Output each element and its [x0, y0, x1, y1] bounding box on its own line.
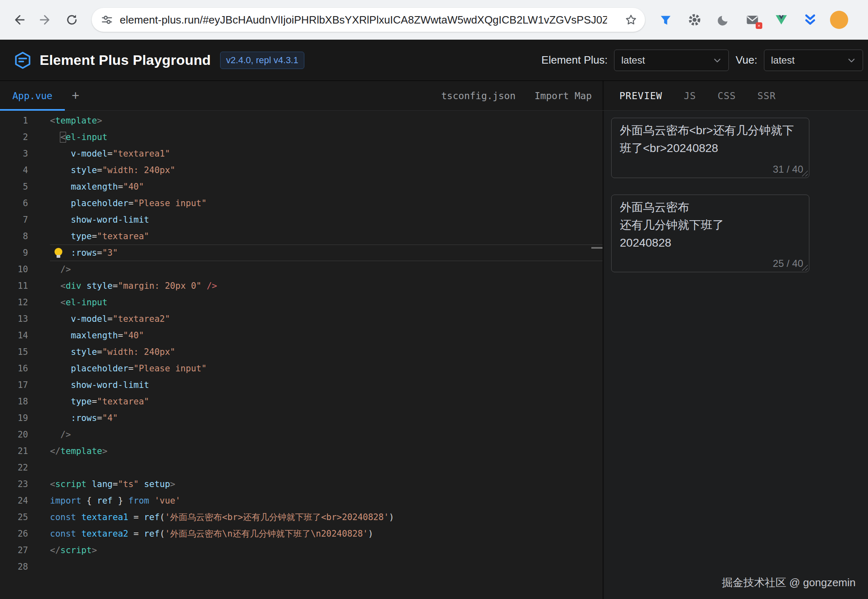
code-line[interactable]: 14 maxlength="40" — [0, 327, 602, 344]
word-limit-count: 31 / 40 — [773, 164, 803, 175]
code-line[interactable]: 13 v-model="textarea2" — [0, 311, 602, 327]
tab-bar: App.vue + tsconfig.json Import Map PREVI… — [0, 81, 868, 111]
code-line[interactable]: 6 placeholder="Please input" — [0, 195, 602, 212]
tab-css[interactable]: CSS — [707, 81, 747, 110]
tab-label: App.vue — [12, 90, 52, 101]
line-number: 25 — [0, 512, 28, 522]
line-number: 7 — [0, 215, 28, 225]
address-bar[interactable]: element-plus.run/#eyJBcHAudnVlIjoiPHRlbX… — [92, 8, 645, 32]
code-line[interactable]: 16 placeholder="Please input" — [0, 360, 602, 377]
output-tabs: PREVIEW JS CSS SSR — [602, 81, 868, 110]
line-number: 22 — [0, 463, 28, 473]
code-line[interactable]: 17 show-word-limit — [0, 377, 602, 393]
editor-config-links: tsconfig.json Import Map — [441, 81, 603, 110]
add-file-button[interactable]: + — [65, 81, 86, 110]
tab-preview[interactable]: PREVIEW — [609, 81, 673, 110]
code-line[interactable]: 24import { ref } from 'vue' — [0, 492, 602, 509]
code-line[interactable]: 8 type="textarea" — [0, 228, 602, 245]
profile-avatar[interactable] — [830, 11, 848, 29]
line-number: 17 — [0, 380, 28, 390]
code-line[interactable]: 2 <el-input — [0, 129, 602, 145]
code-line[interactable]: 11 <div style="margin: 20px 0" /> — [0, 278, 602, 294]
code-line[interactable]: 9 :rows="3" — [0, 245, 602, 261]
code-line[interactable]: 5 maxlength="40" — [0, 178, 602, 195]
tab-label: SSR — [757, 90, 776, 101]
textarea-1[interactable]: 外面乌云密布<br>还有几分钟就下班了<br>20240828 31 / 40 — [611, 118, 809, 178]
reload-icon — [65, 13, 78, 26]
line-number: 8 — [0, 231, 28, 241]
code-line[interactable]: 4 style="width: 240px" — [0, 162, 602, 178]
code-line[interactable]: 12 <el-input — [0, 294, 602, 311]
code-line[interactable]: 22 — [0, 459, 602, 476]
line-number: 28 — [0, 562, 28, 572]
code-line[interactable]: 26const textarea2 = ref('外面乌云密布\n还有几分钟就下… — [0, 525, 602, 542]
credit-link[interactable]: 掘金技术社区 @ gongzemin — [722, 575, 856, 590]
forward-button[interactable] — [34, 8, 57, 31]
code-line[interactable]: 25const textarea1 = ref('外面乌云密布<br>还有几分钟… — [0, 509, 602, 525]
version-badge: v2.4.0, repl v4.3.1 — [220, 52, 305, 69]
line-number: 1 — [0, 116, 28, 126]
line-number: 9 — [0, 248, 28, 258]
vue-version-select[interactable]: latest — [764, 50, 863, 71]
code-line[interactable]: 15 style="width: 240px" — [0, 344, 602, 360]
code-line[interactable]: 18 type="textarea" — [0, 393, 602, 410]
code-editor[interactable]: 1<template>2 <el-input3 v-model="textare… — [0, 111, 602, 599]
version-controls: Element Plus: latest Vue: latest — [541, 50, 868, 71]
forward-arrow-icon — [39, 13, 52, 26]
textarea-1-value[interactable]: 外面乌云密布<br>还有几分钟就下班了<br>20240828 — [612, 118, 809, 160]
tsconfig-link[interactable]: tsconfig.json — [441, 90, 516, 101]
reload-button[interactable] — [60, 8, 83, 31]
line-number: 2 — [0, 132, 28, 142]
element-plus-version-select[interactable]: latest — [614, 50, 729, 71]
line-number: 13 — [0, 314, 28, 324]
element-plus-version-value: latest — [621, 55, 645, 66]
preview-pane: 外面乌云密布<br>还有几分钟就下班了<br>20240828 31 / 40 … — [604, 111, 868, 599]
line-number: 27 — [0, 545, 28, 555]
line-number: 15 — [0, 347, 28, 357]
import-map-link[interactable]: Import Map — [535, 90, 592, 101]
vue-version-label: Vue: — [735, 54, 757, 67]
code-line[interactable]: 27</script> — [0, 542, 602, 559]
textarea-2[interactable]: 外面乌云密布 还有几分钟就下班了 20240828 25 / 40 — [611, 195, 809, 272]
code-line[interactable]: 1<template> — [0, 112, 602, 129]
url-text[interactable]: element-plus.run/#eyJBcHAudnVlIjoiPHRlbX… — [120, 14, 607, 26]
chevron-down-icon — [847, 56, 856, 65]
gear-extension-button[interactable] — [685, 11, 704, 29]
tab-ssr[interactable]: SSR — [747, 81, 787, 110]
tab-label: JS — [684, 90, 696, 101]
site-info-button[interactable] — [101, 14, 113, 26]
textarea-2-value[interactable]: 外面乌云密布 还有几分钟就下班了 20240828 — [612, 195, 809, 255]
gear-icon — [688, 13, 702, 27]
code-line[interactable]: 20 /> — [0, 426, 602, 443]
tab-js[interactable]: JS — [673, 81, 707, 110]
browser-toolbar: element-plus.run/#eyJBcHAudnVlIjoiPHRlbX… — [0, 0, 868, 40]
line-number: 14 — [0, 330, 28, 340]
line-number: 6 — [0, 198, 28, 208]
tab-app-vue[interactable]: App.vue — [0, 81, 65, 110]
line-number: 11 — [0, 281, 28, 291]
quick-fix-lightbulb-icon[interactable] — [55, 248, 62, 256]
page-title: Element Plus Playground — [40, 52, 211, 68]
double-chevron-down-icon — [803, 13, 817, 27]
code-line[interactable]: 23<script lang="ts" setup> — [0, 476, 602, 492]
mail-extension-button[interactable]: × — [743, 11, 761, 29]
vue-devtools-button[interactable] — [772, 11, 790, 29]
funnel-extension-button[interactable] — [657, 11, 675, 29]
vue-logo-icon — [774, 12, 789, 27]
bookmark-star-icon — [624, 13, 638, 26]
code-line[interactable]: 3 v-model="textarea1" — [0, 145, 602, 162]
download-extension-button[interactable] — [801, 11, 819, 29]
line-number: 3 — [0, 149, 28, 159]
code-line[interactable]: 21</template> — [0, 443, 602, 459]
code-line[interactable]: 10 /> — [0, 261, 602, 278]
code-line[interactable]: 7 show-word-limit — [0, 212, 602, 228]
bookmark-button[interactable] — [624, 13, 638, 28]
back-arrow-icon — [12, 13, 26, 26]
dark-mode-extension-button[interactable] — [714, 11, 733, 29]
line-number: 19 — [0, 413, 28, 423]
site-info-tune-icon — [101, 14, 113, 26]
code-line[interactable]: 19 :rows="4" — [0, 410, 602, 426]
mail-badge: × — [756, 22, 762, 29]
back-button[interactable] — [7, 8, 31, 31]
code-line[interactable]: 28 — [0, 559, 602, 575]
